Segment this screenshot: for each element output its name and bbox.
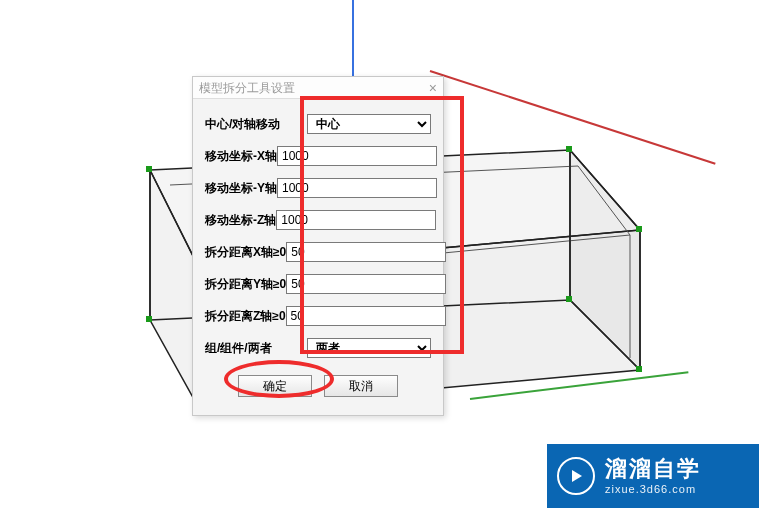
row-move-x: 移动坐标-X轴 [205, 145, 431, 167]
label-group-comp: 组/组件/两者 [205, 340, 307, 357]
form: 中心/对轴移动 中心 移动坐标-X轴 移动坐标-Y轴 移动坐标-Z轴 拆分距离X… [193, 99, 443, 415]
label-center-axis: 中心/对轴移动 [205, 116, 307, 133]
svg-rect-6 [146, 166, 152, 172]
input-split-z[interactable] [286, 306, 446, 326]
svg-rect-11 [566, 296, 572, 302]
row-split-y: 拆分距离Y轴≥0 [205, 273, 431, 295]
ok-button[interactable]: 确定 [238, 375, 312, 397]
row-split-x: 拆分距离X轴≥0 [205, 241, 431, 263]
select-center-axis[interactable]: 中心 [307, 114, 431, 134]
label-move-z: 移动坐标-Z轴 [205, 212, 276, 229]
label-move-x: 移动坐标-X轴 [205, 148, 277, 165]
row-split-z: 拆分距离Z轴≥0 [205, 305, 431, 327]
svg-marker-14 [572, 470, 582, 482]
close-icon[interactable]: × [429, 77, 437, 99]
row-move-z: 移动坐标-Z轴 [205, 209, 431, 231]
label-split-z: 拆分距离Z轴≥0 [205, 308, 286, 325]
watermark-main: 溜溜自学 [605, 456, 701, 482]
svg-rect-7 [566, 146, 572, 152]
input-move-x[interactable] [277, 146, 437, 166]
label-split-x: 拆分距离X轴≥0 [205, 244, 286, 261]
label-split-y: 拆分距离Y轴≥0 [205, 276, 286, 293]
svg-rect-10 [146, 316, 152, 322]
cancel-button[interactable]: 取消 [324, 375, 398, 397]
row-group-comp: 组/组件/两者 两者 [205, 337, 431, 359]
input-move-z[interactable] [276, 210, 436, 230]
input-move-y[interactable] [277, 178, 437, 198]
label-move-y: 移动坐标-Y轴 [205, 180, 277, 197]
row-move-y: 移动坐标-Y轴 [205, 177, 431, 199]
watermark-sub: zixue.3d66.com [605, 483, 701, 496]
input-split-x[interactable] [286, 242, 446, 262]
input-split-y[interactable] [286, 274, 446, 294]
dialog-titlebar: 模型拆分工具设置 × [193, 77, 443, 99]
play-icon [557, 457, 595, 495]
svg-rect-12 [636, 366, 642, 372]
watermark-badge: 溜溜自学 zixue.3d66.com [547, 444, 759, 508]
dialog-title-text: 模型拆分工具设置 [199, 77, 295, 99]
svg-rect-8 [636, 226, 642, 232]
row-center-axis: 中心/对轴移动 中心 [205, 113, 431, 135]
select-group-comp[interactable]: 两者 [307, 338, 431, 358]
settings-dialog: 模型拆分工具设置 × 中心/对轴移动 中心 移动坐标-X轴 移动坐标-Y轴 移动… [192, 76, 444, 416]
button-row: 确定 取消 [205, 369, 431, 407]
watermark-text: 溜溜自学 zixue.3d66.com [605, 456, 701, 496]
